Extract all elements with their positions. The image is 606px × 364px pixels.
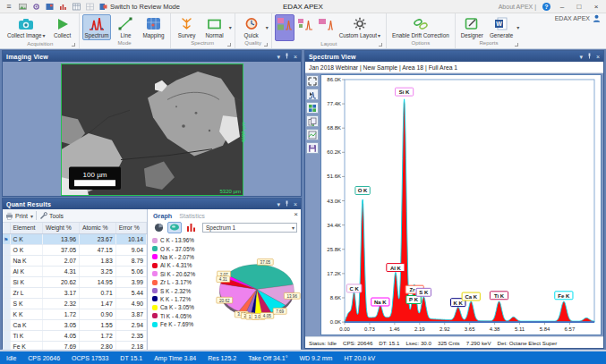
survey-icon <box>180 16 193 31</box>
copy-spectrum-icon[interactable] <box>306 115 319 127</box>
collect-image-button[interactable]: Collect Image▾ <box>4 14 48 41</box>
table-row[interactable]: Si K20.6214.953.99 <box>3 276 147 287</box>
panel-close-icon[interactable]: × <box>294 201 297 207</box>
panel-close-icon[interactable]: × <box>294 54 297 60</box>
settings-quick-icon[interactable] <box>32 3 40 11</box>
cell-element: Na K <box>10 255 42 266</box>
dialog-launcher-icon[interactable] <box>72 43 75 47</box>
user-account[interactable]: EDAX APEX <box>555 14 601 22</box>
panel-menu-icon[interactable]: ▾ <box>277 201 280 207</box>
status-item: CPS: 20646 <box>343 340 372 346</box>
sem-image[interactable]: 100 µm 5320 µm 4080 µm <box>61 63 243 196</box>
quick-quality-button[interactable]: Quick <box>238 14 265 40</box>
spectrum-selector[interactable]: Spectrum 1 ▾ <box>202 223 297 233</box>
dialog-launcher-icon[interactable] <box>379 43 382 47</box>
peak-id-icon[interactable] <box>306 89 319 100</box>
help-icon[interactable]: ? <box>542 3 551 11</box>
legend-label: Al K - 4.31% <box>160 262 192 268</box>
mode-line-button[interactable]: Line <box>112 14 139 40</box>
print-button[interactable]: Print ▾ <box>5 212 33 220</box>
survey-button[interactable]: Survey <box>174 14 201 40</box>
enable-drift-label: Enable Drift Correction <box>392 32 449 38</box>
chevron-down-icon[interactable]: ▾ <box>266 24 269 30</box>
legend-swatch <box>152 322 158 327</box>
layout-preset-2-button[interactable] <box>295 14 315 41</box>
save-icon[interactable] <box>306 142 319 154</box>
chevron-down-icon[interactable]: ▾ <box>229 24 232 30</box>
eds-spectrum-chart[interactable]: 0.0K8.6K17.2K25.8K34.4K43.0K51.6K60.2K68… <box>320 74 602 335</box>
pin-icon[interactable] <box>284 200 290 207</box>
graph-close-icon[interactable]: × <box>294 210 298 218</box>
enable-drift-correction-button[interactable]: Enable Drift Correction <box>389 14 452 40</box>
svg-text:6.57: 6.57 <box>565 326 576 332</box>
donut-chart-type-button[interactable] <box>167 222 182 233</box>
table-row[interactable]: K K1.720.903.87 <box>3 309 147 319</box>
mode-spectrum-button[interactable]: Spectrum <box>82 14 112 40</box>
user-name: EDAX APEX <box>555 15 590 21</box>
pin-icon[interactable] <box>586 53 593 60</box>
column-header[interactable]: Weight % <box>42 223 79 233</box>
svg-text:34.4K: 34.4K <box>327 223 341 228</box>
close-button[interactable]: × <box>591 3 602 11</box>
quant-header-row: ElementWeight %Atomic %Error % <box>3 223 147 233</box>
designer-button[interactable]: Designer <box>458 14 486 40</box>
table-row[interactable]: S K2.321.474.90 <box>3 298 147 309</box>
chevron-down-icon[interactable]: ▾ <box>516 24 519 30</box>
about-apex-link[interactable]: About APEX | <box>499 4 536 10</box>
legend-label: S K - 2.32% <box>160 288 191 294</box>
capture-quick-icon[interactable] <box>46 3 54 11</box>
image-quick-icon[interactable] <box>19 3 27 11</box>
tab-statistics[interactable]: Statistics <box>179 212 205 220</box>
switch-review-mode-button[interactable]: Switch to Review Mode <box>99 3 180 11</box>
layout-preset-1-button[interactable] <box>275 14 294 41</box>
minimize-button[interactable]: – <box>557 3 568 11</box>
table-row[interactable]: Zr L3.170.715.44 <box>3 287 147 298</box>
dialog-launcher-icon[interactable] <box>227 43 231 47</box>
table-row[interactable]: Al K4.313.255.06 <box>3 266 147 276</box>
table-row[interactable]: Ti K4.051.722.35 <box>3 330 147 341</box>
mode-mapping-button[interactable]: Mapping <box>140 14 166 40</box>
bar-chart-type-button[interactable] <box>184 222 198 233</box>
bar-chart-icon <box>186 223 196 232</box>
pin-icon[interactable] <box>284 53 290 60</box>
generate-report-button[interactable]: W Generate <box>487 14 516 40</box>
cell-element: Si K <box>10 276 42 287</box>
expand-icon[interactable] <box>306 75 319 87</box>
column-header[interactable]: Atomic % <box>79 223 115 233</box>
table-row[interactable]: Na K2.071.838.79 <box>3 255 147 266</box>
column-header[interactable] <box>3 223 10 233</box>
row-marker <box>3 319 10 330</box>
review-mode-icon <box>99 3 107 11</box>
cell-weight: 37.05 <box>42 244 79 255</box>
overlay-icon[interactable] <box>306 129 319 140</box>
table-row[interactable]: O K37.0547.159.04 <box>3 244 147 255</box>
chart-quick-icon[interactable] <box>59 3 67 11</box>
row-marker <box>3 287 10 298</box>
row-marker <box>3 244 10 255</box>
panel-menu-icon[interactable]: ▾ <box>277 54 280 60</box>
column-header[interactable]: Element <box>10 223 42 233</box>
maximize-button[interactable]: □ <box>574 3 585 11</box>
collect-button[interactable]: Collect <box>49 14 76 41</box>
column-header[interactable]: Error % <box>115 223 146 233</box>
normal-spectrum-button[interactable]: Normal <box>201 14 228 40</box>
panel-menu-icon[interactable]: ▾ <box>579 54 583 60</box>
table-quick-icon[interactable] <box>73 3 81 11</box>
cell-weight: 4.31 <box>42 266 79 276</box>
menu-icon[interactable]: ≡ <box>4 2 13 11</box>
grid-quick-icon[interactable] <box>86 3 94 11</box>
legend-label: Ti K - 4.05% <box>160 313 192 319</box>
panel-close-icon[interactable]: × <box>596 54 600 60</box>
layout-preset-3-button[interactable] <box>316 14 336 41</box>
donut-chart-icon <box>169 223 180 232</box>
tools-button[interactable]: Tools <box>39 212 64 220</box>
element-colors-icon[interactable] <box>306 102 319 114</box>
custom-layout-button[interactable]: Custom Layout▾ <box>337 14 383 41</box>
tab-graph[interactable]: Graph <box>153 212 172 220</box>
dialog-launcher-icon[interactable] <box>264 43 268 47</box>
pie-chart-type-button[interactable] <box>151 222 166 233</box>
svg-text:0.00: 0.00 <box>339 326 350 332</box>
table-row[interactable]: Ca K3.051.552.94 <box>3 319 147 330</box>
table-row[interactable]: ⚑C K13.9623.6710.14 <box>3 233 147 244</box>
dialog-launcher-icon[interactable] <box>515 43 518 47</box>
